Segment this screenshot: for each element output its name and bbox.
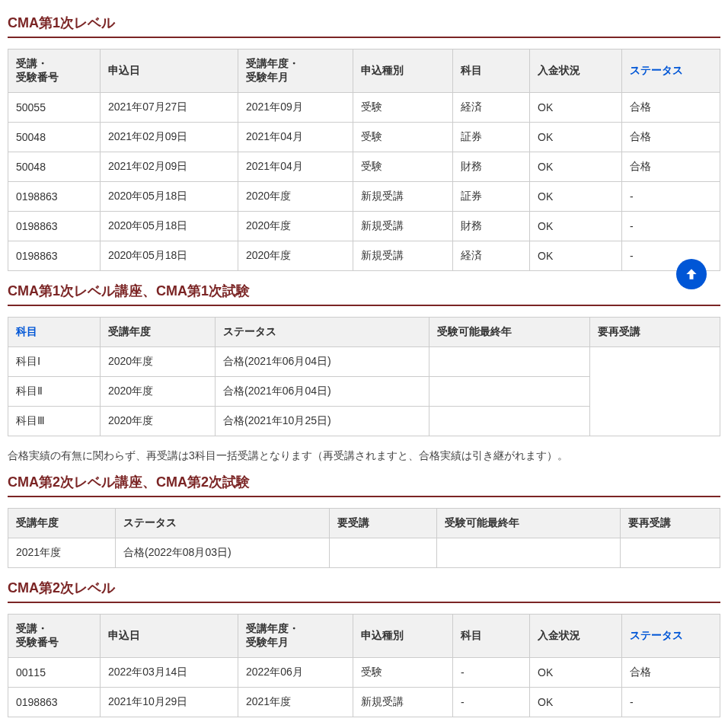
cell-num: 50048 bbox=[8, 152, 101, 182]
section2-title: CMA第1次レベル講座、CMA第1次試験 bbox=[8, 282, 720, 306]
cell-date: 2020年05月18日 bbox=[101, 182, 238, 212]
cell-date: 2021年02月09日 bbox=[101, 123, 238, 152]
section2-table: 科目 受講年度 ステータス 受験可能最終年 要再受講 科目Ⅰ2020年度合格(2… bbox=[8, 317, 720, 436]
cell-term: 2021年04月 bbox=[238, 152, 353, 182]
cell-subj: - bbox=[453, 658, 530, 688]
section1-table: 受講・受験番号 申込日 受講年度・受験年月 申込種別 科目 入金状況 ステータス… bbox=[8, 49, 720, 271]
cell-last bbox=[429, 377, 590, 407]
table-row: 科目Ⅰ2020年度合格(2021年06月04日) bbox=[8, 347, 720, 377]
cell-num: 0198863 bbox=[8, 688, 101, 717]
cell-re bbox=[590, 347, 720, 436]
cell-status: - bbox=[622, 688, 720, 717]
cell-status: 合格 bbox=[622, 93, 720, 123]
section4-table: 受講・受験番号 申込日 受講年度・受験年月 申込種別 科目 入金状況 ステータス… bbox=[8, 614, 720, 717]
table-row: 500552021年07月27日2021年09月受験経済OK合格 bbox=[8, 93, 720, 123]
col-subj: 科目 bbox=[453, 615, 530, 658]
col-status[interactable]: ステータス bbox=[622, 49, 720, 93]
cell-num: 50048 bbox=[8, 123, 101, 152]
cell-status: 合格 bbox=[622, 658, 720, 688]
cell-pay: OK bbox=[530, 688, 622, 717]
cell-status: 合格(2021年06月04日) bbox=[216, 347, 429, 377]
cell-status: 合格 bbox=[622, 123, 720, 152]
cell-subj: - bbox=[453, 688, 530, 717]
cell-last bbox=[437, 538, 621, 568]
cell-status: - bbox=[622, 241, 720, 271]
col-status: ステータス bbox=[116, 509, 330, 538]
col-term: 受講年度・受験年月 bbox=[238, 49, 353, 93]
cell-subj: 科目Ⅰ bbox=[8, 347, 101, 377]
section1-body: 500552021年07月27日2021年09月受験経済OK合格50048202… bbox=[8, 93, 720, 271]
col-year: 受講年度 bbox=[101, 318, 216, 347]
scroll-top-button[interactable] bbox=[676, 259, 707, 289]
cell-term: 2021年度 bbox=[238, 688, 353, 717]
cell-kind: 新規受講 bbox=[353, 212, 453, 241]
cell-last bbox=[429, 407, 590, 436]
status-link[interactable]: ステータス bbox=[630, 64, 683, 76]
cell-date: 2021年07月27日 bbox=[101, 93, 238, 123]
cell-status: 合格 bbox=[622, 152, 720, 182]
cell-term: 2020年度 bbox=[238, 212, 353, 241]
section3-title: CMA第2次レベル講座、CMA第2次試験 bbox=[8, 473, 720, 497]
cell-num: 0198863 bbox=[8, 241, 101, 271]
cell-kind: 受験 bbox=[353, 123, 453, 152]
cell-subj: 財務 bbox=[453, 152, 530, 182]
col-kind: 申込種別 bbox=[353, 615, 453, 658]
cell-status: 合格(2021年10月25日) bbox=[216, 407, 429, 436]
cell-term: 2021年09月 bbox=[238, 93, 353, 123]
col-re: 要再受講 bbox=[590, 318, 720, 347]
status-link[interactable]: ステータス bbox=[630, 629, 683, 641]
cell-kind: 受験 bbox=[353, 658, 453, 688]
cell-pay: OK bbox=[530, 152, 622, 182]
col-subj[interactable]: 科目 bbox=[8, 318, 101, 347]
cell-num: 0198863 bbox=[8, 182, 101, 212]
cell-pay: OK bbox=[530, 123, 622, 152]
col-date: 申込日 bbox=[101, 49, 238, 93]
cell-date: 2021年10月29日 bbox=[101, 688, 238, 717]
table-row: 01988632020年05月18日2020年度新規受講経済OK- bbox=[8, 241, 720, 271]
cell-kind: 受験 bbox=[353, 93, 453, 123]
col-pay: 入金状況 bbox=[530, 615, 622, 658]
section4-body: 001152022年03月14日2022年06月受験-OK合格019886320… bbox=[8, 658, 720, 717]
section2-note: 合格実績の有無に関わらず、再受講は3科目一括受講となります（再受講されますと、合… bbox=[8, 447, 720, 464]
cell-last bbox=[429, 347, 590, 377]
subject-link[interactable]: 科目 bbox=[16, 325, 37, 337]
cell-subj: 科目Ⅲ bbox=[8, 407, 101, 436]
col-need: 要受講 bbox=[330, 509, 437, 538]
cell-pay: OK bbox=[530, 212, 622, 241]
col-num: 受講・受験番号 bbox=[8, 615, 101, 658]
cell-status: 合格(2022年08月03日) bbox=[116, 538, 330, 568]
table-row: 01988632020年05月18日2020年度新規受講証券OK- bbox=[8, 182, 720, 212]
cell-term: 2021年04月 bbox=[238, 123, 353, 152]
cell-subj: 経済 bbox=[453, 93, 530, 123]
cell-status: - bbox=[622, 182, 720, 212]
cell-kind: 新規受講 bbox=[353, 688, 453, 717]
cell-num: 00115 bbox=[8, 658, 101, 688]
cell-subj: 財務 bbox=[453, 212, 530, 241]
section1-title: CMA第1次レベル bbox=[8, 14, 720, 38]
cell-status: - bbox=[622, 212, 720, 241]
table-header-row: 受講・受験番号 申込日 受講年度・受験年月 申込種別 科目 入金状況 ステータス bbox=[8, 615, 720, 658]
col-last: 受験可能最終年 bbox=[429, 318, 590, 347]
cell-kind: 新規受講 bbox=[353, 182, 453, 212]
section3-body: 2021年度合格(2022年08月03日) bbox=[8, 538, 720, 568]
cell-term: 2022年06月 bbox=[238, 658, 353, 688]
cell-kind: 新規受講 bbox=[353, 241, 453, 271]
cell-kind: 受験 bbox=[353, 152, 453, 182]
cell-subj: 証券 bbox=[453, 123, 530, 152]
cell-re bbox=[621, 538, 720, 568]
arrow-up-icon bbox=[684, 267, 699, 282]
table-header-row: 科目 受講年度 ステータス 受験可能最終年 要再受講 bbox=[8, 318, 720, 347]
cell-pay: OK bbox=[530, 182, 622, 212]
cell-num: 0198863 bbox=[8, 212, 101, 241]
table-row: 01988632021年10月29日2021年度新規受講-OK- bbox=[8, 688, 720, 717]
col-kind: 申込種別 bbox=[353, 49, 453, 93]
section2-body: 科目Ⅰ2020年度合格(2021年06月04日)科目Ⅱ2020年度合格(2021… bbox=[8, 347, 720, 436]
col-status[interactable]: ステータス bbox=[622, 615, 720, 658]
cell-year: 2020年度 bbox=[101, 377, 216, 407]
table-row: 500482021年02月09日2021年04月受験財務OK合格 bbox=[8, 152, 720, 182]
table-row: 2021年度合格(2022年08月03日) bbox=[8, 538, 720, 568]
table-row: 001152022年03月14日2022年06月受験-OK合格 bbox=[8, 658, 720, 688]
table-header-row: 受講・受験番号 申込日 受講年度・受験年月 申込種別 科目 入金状況 ステータス bbox=[8, 49, 720, 93]
cell-year: 2021年度 bbox=[8, 538, 116, 568]
col-status: ステータス bbox=[216, 318, 429, 347]
